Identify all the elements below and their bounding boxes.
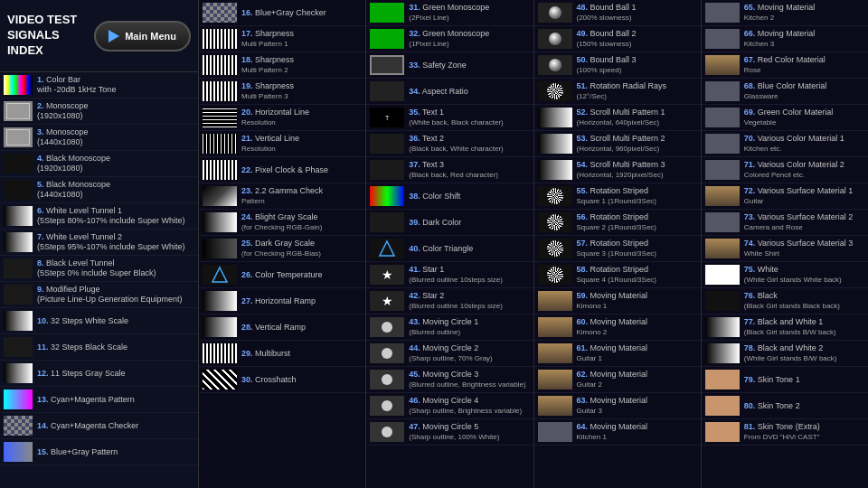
col-item[interactable]: 49. Bound Ball 2(150% slowness): [534, 26, 701, 52]
col-item[interactable]: 40. Color Triangle: [366, 236, 533, 262]
list-item[interactable]: 1. Color Barwith -20dB 1kHz Tone: [0, 72, 198, 99]
col-label: 74. Various Surface Material 3White Shir…: [744, 239, 853, 258]
col-item[interactable]: 62. Moving MaterialGuitar 2: [534, 367, 701, 393]
col-item[interactable]: 47. Moving Circle 5(Sharp outline, 100% …: [366, 419, 533, 446]
col-item[interactable]: 25. Dark Gray Scale(for Checking RGB-Bia…: [199, 236, 365, 262]
col-item[interactable]: 21. Vertical LineResolution: [199, 131, 365, 157]
col-item[interactable]: 37. Text 3(Black back, Red character): [366, 157, 533, 183]
col-item[interactable]: 51. Rotation Radial Rays(12°/Sec): [534, 79, 701, 105]
col-item[interactable]: 60. Moving MaterialKimono 2: [534, 314, 701, 341]
list-item[interactable]: 12. 11 Steps Gray Scale: [0, 361, 198, 387]
col-item[interactable]: 68. Blue Color MaterialGlassware: [702, 79, 868, 105]
col-item[interactable]: 54. Scroll Multi Pattern 3(Horizontal, 1…: [534, 157, 701, 183]
col-item[interactable]: 28. Vertical Ramp: [199, 314, 365, 341]
col-item[interactable]: 31. Green Monoscope(2Pixel Line): [366, 0, 533, 26]
col-item[interactable]: 76. Black(Black Girl stands Black back): [702, 288, 868, 314]
col-item[interactable]: 16. Blue+Gray Checker: [199, 0, 365, 26]
col-thumbnail: [538, 422, 572, 442]
list-item[interactable]: 14. Cyan+Magenta Checker: [0, 413, 198, 439]
col-item[interactable]: 66. Moving MaterialKitchen 3: [702, 26, 868, 52]
col-item[interactable]: 52. Scroll Multi Pattern 1(Horizontal, 6…: [534, 105, 701, 131]
list-item[interactable]: 9. Modified Pluge(Picture Line-Up Genera…: [0, 282, 198, 308]
col-item[interactable]: 67. Red Color MaterialRose: [702, 52, 868, 79]
col-label: 29. Multiburst: [241, 349, 290, 359]
col-item[interactable]: 32. Green Monoscope(1Pixel Line): [366, 26, 533, 52]
col-item[interactable]: 34. Aspect Ratio: [366, 79, 533, 105]
col-item[interactable]: 78. Black and White 2(White Girl stands …: [702, 341, 868, 367]
col-label: 18. SharpnessMulti Pattern 2: [241, 55, 294, 75]
list-item[interactable]: 10. 32 Steps White Scale: [0, 308, 198, 334]
col-item[interactable]: 64. Moving MaterialKitchen 1: [534, 419, 701, 446]
col-item[interactable]: 57. Rotation StripedSquare 3 (1Round/3Se…: [534, 236, 701, 262]
col-item[interactable]: 81. Skin Tone (Extra)From DVD "HiVi CAST…: [702, 419, 868, 446]
index-title: VIDEO TEST SIGNALS INDEX: [7, 13, 94, 59]
left-panel: VIDEO TEST SIGNALS INDEX Main Menu 1. Co…: [0, 0, 199, 488]
col-item[interactable]: 69. Green Color MaterialVegetable: [702, 105, 868, 131]
list-item[interactable]: 3. Monoscope(1440x1080): [0, 125, 198, 151]
list-item[interactable]: 13. Cyan+Magenta Pattern: [0, 387, 198, 413]
col-label: 41. Star 1(Blurred outline 10steps size): [409, 265, 503, 285]
col-item[interactable]: 56. Rotation StripedSquare 2 (1Round/3Se…: [534, 210, 701, 236]
col-item[interactable]: 29. Multiburst: [199, 341, 365, 367]
col-thumbnail: [203, 134, 237, 154]
col-item[interactable]: 20. Horizontal LineResolution: [199, 105, 365, 131]
col-item[interactable]: ★41. Star 1(Blurred outline 10steps size…: [366, 262, 533, 288]
list-item[interactable]: 8. Black Level Tunnel(5Steps 0% include …: [0, 256, 198, 282]
col-item[interactable]: 45. Moving Circle 3(Blurred outline, Bri…: [366, 367, 533, 393]
col-item[interactable]: 55. Rotation StripedSquare 1 (1Round/3Se…: [534, 183, 701, 210]
col-item[interactable]: 33. Safety Zone: [366, 52, 533, 79]
col-label: 20. Horizontal LineResolution: [241, 108, 309, 127]
item-label: 3. Monoscope(1440x1080): [37, 127, 89, 147]
col-item[interactable]: 61. Moving MaterialGuitar 1: [534, 341, 701, 367]
col-item[interactable]: 58. Rotation StripedSquare 4 (1Round/3Se…: [534, 262, 701, 288]
col-item[interactable]: 74. Various Surface Material 3White Shir…: [702, 236, 868, 262]
col-item[interactable]: 53. Scroll Multi Pattern 2(Horizontal, 9…: [534, 131, 701, 157]
col-item[interactable]: 70. Various Color Material 1Kitchen etc.: [702, 131, 868, 157]
col-item[interactable]: 46. Moving Circle 4(Sharp outline, Brigh…: [366, 393, 533, 419]
list-item[interactable]: 6. White Level Tunnel 1(5Steps 80%-107% …: [0, 203, 198, 230]
col-item[interactable]: 71. Various Color Material 2Colored Penc…: [702, 157, 868, 183]
col-item[interactable]: 63. Moving MaterialGuitar 3: [534, 393, 701, 419]
list-item[interactable]: 15. Blue+Gray Pattern: [0, 439, 198, 465]
col-item[interactable]: 50. Bound Ball 3(100% speed): [534, 52, 701, 79]
col-item[interactable]: 27. Horizontal Ramp: [199, 288, 365, 314]
col-label: 61. Moving MaterialGuitar 1: [577, 343, 648, 363]
col-item[interactable]: 39. Dark Color: [366, 210, 533, 236]
col-item[interactable]: 38. Color Shift: [366, 183, 533, 210]
col-item[interactable]: 75. White(White Girl stands White back): [702, 262, 868, 288]
col-item[interactable]: 19. SharpnessMulti Pattern 3: [199, 79, 365, 105]
col-label: 42. Star 2(Blurred outline 10steps size): [409, 291, 503, 311]
col-thumbnail: [705, 343, 740, 363]
col-item[interactable]: ★42. Star 2(Blurred outline 10steps size…: [366, 288, 533, 314]
col-item[interactable]: 65. Moving MaterialKitchen 2: [702, 0, 868, 26]
col-item[interactable]: 23. 2.2 Gamma CheckPattern: [199, 183, 365, 210]
col-item[interactable]: 24. Blight Gray Scale(for Checking RGB-G…: [199, 210, 365, 236]
column-1: 16. Blue+Gray Checker17. SharpnessMulti …: [199, 0, 366, 488]
col-item[interactable]: 80. Skin Tone 2: [702, 393, 868, 419]
col-thumbnail: [370, 186, 404, 206]
col-thumbnail: [203, 291, 237, 311]
col-item[interactable]: 79. Skin Tone 1: [702, 367, 868, 393]
col-item[interactable]: 59. Moving MaterialKimono 1: [534, 288, 701, 314]
col-label: 64. Moving MaterialKitchen 1: [577, 422, 648, 442]
list-item[interactable]: 5. Black Monoscope(1440x1080): [0, 177, 198, 203]
col-item[interactable]: 26. Color Temperature: [199, 262, 365, 288]
col-item[interactable]: 30. Crosshatch: [199, 367, 365, 393]
col-item[interactable]: 72. Various Surface Material 1Guitar: [702, 183, 868, 210]
col-item[interactable]: 44. Moving Circle 2(Sharp outline, 70% G…: [366, 341, 533, 367]
main-menu-button[interactable]: Main Menu: [94, 21, 191, 52]
col-item[interactable]: T35. Text 1(White back, Black character): [366, 105, 533, 131]
col-item[interactable]: 22. Pixel Clock & Phase: [199, 157, 365, 183]
list-item[interactable]: 11. 32 Steps Black Scale: [0, 334, 198, 361]
col-item[interactable]: 73. Various Surface Material 2Camera and…: [702, 210, 868, 236]
list-item[interactable]: 2. Monoscope(1920x1080): [0, 99, 198, 125]
col-item[interactable]: 36. Text 2(Black back, White character): [366, 131, 533, 157]
list-item[interactable]: 4. Black Monoscope(1920x1080): [0, 151, 198, 177]
col-thumbnail: [705, 291, 740, 311]
col-item[interactable]: 77. Black and White 1(Black Girl stands …: [702, 314, 868, 341]
col-item[interactable]: 17. SharpnessMulti Pattern 1: [199, 26, 365, 52]
col-item[interactable]: 48. Bound Ball 1(200% slowness): [534, 0, 701, 26]
list-item[interactable]: 7. White Level Tunnel 2(5Steps 95%-107% …: [0, 230, 198, 256]
col-item[interactable]: 43. Moving Circle 1(Blurred outline): [366, 314, 533, 341]
col-item[interactable]: 18. SharpnessMulti Pattern 2: [199, 52, 365, 79]
